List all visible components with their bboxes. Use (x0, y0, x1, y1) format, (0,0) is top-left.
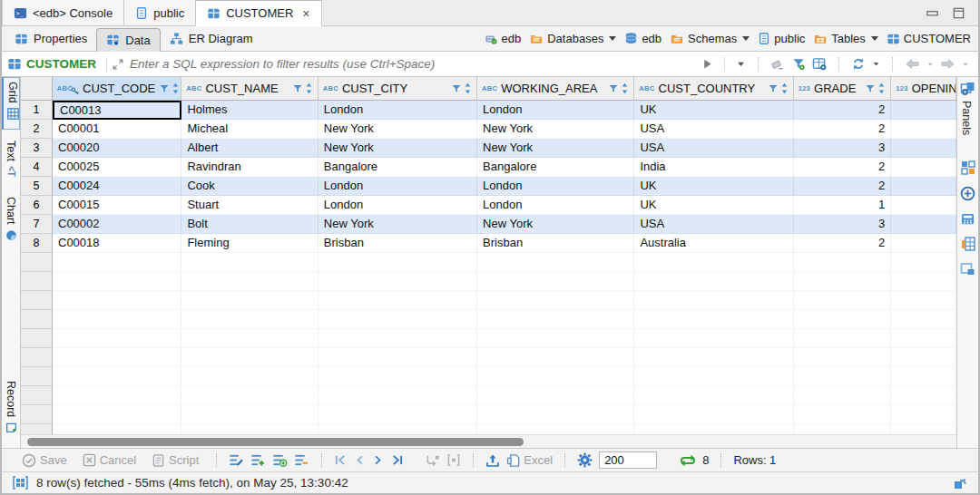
refresh-icon[interactable] (851, 57, 866, 71)
row-number[interactable]: 4 (21, 158, 53, 177)
excel-icon[interactable] (506, 453, 520, 468)
previous-row-icon[interactable] (354, 454, 366, 466)
column-header-cust_country[interactable]: ABCCUST_COUNTRY (634, 77, 793, 101)
row-number[interactable]: 1 (21, 101, 53, 120)
value-viewer-icon[interactable] (960, 186, 975, 201)
fetch-next-page-icon[interactable] (426, 453, 440, 467)
cell[interactable]: London (477, 196, 634, 215)
row-number[interactable]: 2 (21, 120, 53, 139)
fetch-size-input[interactable] (599, 451, 657, 469)
tab-er-diagram[interactable]: ER Diagram (161, 26, 262, 51)
cell[interactable]: Albert (181, 139, 318, 158)
tab-grid[interactable]: Grid (2, 77, 20, 130)
save-icon[interactable] (22, 453, 36, 468)
column-filter-icon[interactable] (159, 83, 170, 94)
breadcrumb-schema[interactable]: public (758, 32, 805, 45)
cell[interactable]: Brisban (477, 234, 634, 253)
column-header-cust_city[interactable]: ABCCUST_CITY (318, 77, 477, 101)
filter-input[interactable] (130, 57, 701, 71)
calc-panel-icon[interactable] (960, 212, 975, 226)
cell[interactable]: 2 (794, 120, 892, 139)
excel-button[interactable]: Excel (524, 453, 553, 467)
column-header-cust_code[interactable]: ABCCUST_CODE (53, 77, 181, 101)
auto-refresh-icon[interactable] (680, 454, 696, 467)
row-number[interactable]: 8 (21, 234, 53, 253)
cell[interactable]: 1 (794, 196, 892, 215)
cell[interactable] (891, 177, 956, 196)
cell[interactable] (891, 234, 956, 253)
cell[interactable]: London (318, 177, 477, 196)
cell[interactable]: New York (477, 139, 634, 158)
cell[interactable]: C00020 (53, 139, 181, 158)
cell[interactable]: Micheal (181, 120, 318, 139)
cell[interactable]: Cook (181, 177, 318, 196)
cell[interactable]: 2 (794, 234, 892, 253)
tab-sql-console[interactable]: >_ <edb> Console (2, 0, 124, 25)
column-header-grade[interactable]: 123GRADE (794, 77, 892, 101)
cell[interactable]: New York (318, 139, 477, 158)
cell[interactable]: C00024 (53, 177, 181, 196)
cell[interactable] (891, 196, 956, 215)
maximize-icon[interactable] (952, 6, 965, 20)
cell[interactable]: C00015 (53, 196, 181, 215)
breadcrumb-schemas[interactable]: Schemas (670, 32, 750, 45)
cell[interactable]: 2 (794, 101, 892, 120)
apply-filter-icon[interactable] (701, 58, 713, 70)
cell[interactable]: Brisban (318, 234, 477, 253)
close-icon[interactable]: × (302, 6, 309, 21)
forward-dropdown-icon[interactable] (962, 61, 969, 68)
erase-filter-icon[interactable] (770, 57, 785, 71)
settings-gear-icon[interactable] (577, 452, 593, 468)
column-filter-icon[interactable] (608, 83, 619, 94)
selected-cell[interactable]: C00013 (53, 101, 181, 120)
cell[interactable]: New York (318, 120, 477, 139)
column-sort-icon[interactable] (172, 82, 180, 94)
cell[interactable]: Australia (634, 234, 793, 253)
column-filter-icon[interactable] (768, 83, 779, 94)
cell[interactable]: London (318, 196, 477, 215)
cell[interactable]: C00002 (53, 215, 181, 234)
column-sort-icon[interactable] (305, 82, 313, 94)
column-filter-icon[interactable] (451, 83, 462, 94)
cell[interactable]: London (318, 101, 477, 120)
cell[interactable]: Holmes (181, 101, 318, 120)
next-row-icon[interactable] (372, 454, 384, 466)
script-icon[interactable] (152, 453, 165, 468)
tab-record[interactable]: Record (2, 377, 20, 448)
custom-filter-icon[interactable] (812, 57, 827, 71)
references-icon[interactable] (960, 262, 975, 277)
aggregate-icon[interactable] (961, 237, 975, 251)
restore-panel-icon[interactable] (953, 476, 967, 490)
tab-text[interactable]: Text <T (2, 137, 20, 186)
column-sort-icon[interactable] (877, 82, 886, 94)
expand-filter-icon[interactable] (112, 58, 124, 71)
cell[interactable]: London (477, 101, 634, 120)
column-filter-icon[interactable] (292, 83, 303, 94)
cell[interactable]: Stuart (181, 196, 318, 215)
column-sort-icon[interactable] (780, 82, 789, 94)
save-filter-icon[interactable] (791, 57, 806, 71)
back-dropdown-icon[interactable] (926, 61, 934, 68)
breadcrumb-databases[interactable]: Databases (529, 32, 616, 45)
cell[interactable]: USA (634, 120, 793, 139)
data-grid[interactable]: ABCCUST_CODEABCCUST_NAMEABCCUST_CITYABCW… (21, 77, 956, 448)
cancel-icon[interactable] (83, 453, 96, 467)
cell[interactable]: Bangalore (477, 158, 634, 177)
cell[interactable]: 3 (794, 139, 892, 158)
cell[interactable] (891, 101, 956, 120)
tab-data[interactable]: Data (96, 28, 160, 52)
metadata-icon[interactable] (961, 160, 975, 175)
cell[interactable]: New York (477, 215, 634, 234)
cell[interactable]: 3 (794, 215, 892, 234)
column-filter-icon[interactable] (865, 83, 876, 94)
fetch-all-rows-icon[interactable] (446, 453, 461, 467)
cell[interactable]: Ravindran (181, 158, 318, 177)
cell[interactable]: 2 (794, 177, 892, 196)
cell[interactable]: Fleming (181, 234, 318, 253)
cell[interactable]: C00018 (53, 234, 181, 253)
row-number[interactable]: 6 (21, 196, 53, 215)
grid-corner[interactable] (21, 77, 53, 101)
cell[interactable]: UK (634, 196, 793, 215)
cell[interactable]: London (477, 177, 634, 196)
export-data-icon[interactable] (485, 453, 500, 468)
